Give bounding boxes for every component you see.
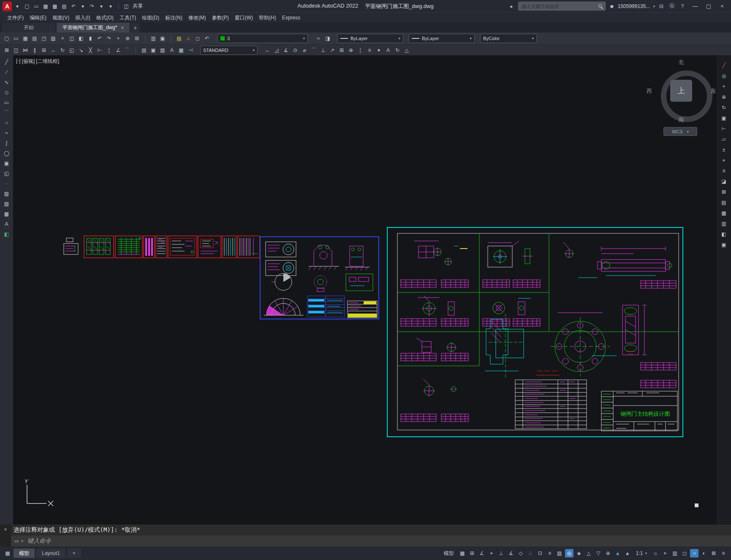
section-plane-button[interactable]: ◪ [720, 177, 728, 186]
viewcube-east-label[interactable]: 东 [710, 87, 716, 95]
menu-parametric[interactable]: 参数(P) [209, 14, 232, 22]
redo-button[interactable]: ↷ [88, 2, 96, 11]
model-tab[interactable]: 模型 [14, 549, 35, 558]
pan-button[interactable]: + [114, 34, 122, 43]
viewcube[interactable]: 北 南 西 东 上 [644, 59, 717, 124]
transparency-toggle[interactable]: ▨ [555, 549, 564, 557]
autodesk-assistant-icon[interactable]: Ⓐ [668, 2, 676, 11]
lineweight-dropdown[interactable]: ByLayer ▾ [409, 34, 475, 43]
workspace-switching-button[interactable]: ☼ [651, 549, 660, 557]
layout-quickview-icon[interactable]: ▦ [3, 549, 12, 557]
flange-figure[interactable] [551, 313, 610, 376]
dim-aligned-button[interactable]: ◿ [272, 46, 281, 54]
thumbnail-plan-2[interactable] [115, 236, 142, 258]
gear-figure[interactable] [314, 276, 327, 292]
selection-cycling-toggle[interactable]: ◎ [565, 549, 573, 557]
construction-line-tool[interactable]: ∕ [3, 68, 11, 76]
application-menu-dropdown[interactable]: ▾ [13, 2, 22, 11]
clip-button[interactable]: ⊠ [720, 188, 728, 196]
paste-clip-button[interactable]: ◧ [77, 34, 85, 43]
sheet-set-button[interactable]: ▦ [720, 209, 728, 217]
showmotion-button[interactable]: ▣ [720, 114, 728, 122]
object-snap-toggle[interactable]: ⊡ [536, 549, 544, 557]
main-drawing-sheet[interactable]: 钢闸门主结构设计图 [387, 227, 683, 437]
detail-cell-2[interactable] [483, 241, 540, 287]
qnew-button[interactable]: ▢ [3, 34, 11, 43]
lock-ui-button[interactable]: ◻ [680, 549, 689, 557]
lug-figure-right[interactable] [345, 246, 370, 270]
move-button[interactable]: ↔ [49, 46, 57, 54]
start-tab[interactable]: 开始 [2, 23, 56, 32]
qopen-button[interactable]: ▭ [12, 34, 20, 43]
lug-figure-left[interactable] [309, 245, 339, 270]
center-mark-button[interactable]: ⊕ [347, 46, 355, 54]
isometric-drafting-toggle[interactable]: ◇ [516, 549, 525, 557]
dim-style-dropdown[interactable]: ▾ [375, 46, 383, 54]
lineweight-toggle[interactable]: ≡ [546, 549, 554, 557]
menu-help[interactable]: 帮助(H) [256, 14, 279, 22]
detail-cell-7[interactable] [401, 379, 468, 422]
annotation-scale-icon[interactable]: △ [402, 46, 411, 54]
list-button[interactable]: ≡ [720, 167, 728, 175]
block-button[interactable]: ▣ [149, 46, 158, 54]
offset-button[interactable]: ∥ [30, 46, 39, 54]
plot-button[interactable]: ▤ [30, 34, 39, 43]
table-button[interactable]: ▦ [177, 46, 185, 54]
tool-palettes-button[interactable]: ◧ [3, 230, 11, 238]
drawing-canvas[interactable]: 钢闸门主结构设计图 Y [13, 55, 717, 525]
menu-express[interactable]: Express [279, 14, 303, 22]
thumbnail-plan-4[interactable] [156, 236, 167, 258]
dim-arc-button[interactable]: ⌒ [310, 46, 318, 54]
polygon-tool[interactable]: ◇ [3, 88, 11, 97]
markup-pencil-button[interactable]: ╱ [720, 61, 728, 70]
redo-button[interactable]: ↷ [105, 34, 113, 43]
revision-cloud-tool[interactable]: ≈ [3, 129, 11, 137]
plot-button[interactable]: ▤ [60, 2, 68, 11]
copy-button[interactable]: ◫ [12, 46, 20, 54]
polar-tracking-toggle[interactable]: ∡ [507, 549, 515, 557]
quick-properties-toggle[interactable]: ▥ [671, 549, 679, 557]
layer-properties-button[interactable]: ▤ [175, 34, 183, 43]
model-space-button[interactable]: 模型 [441, 549, 457, 557]
grid-display-toggle[interactable]: ▦ [458, 549, 467, 557]
thumbnail-plan-5[interactable] [168, 236, 197, 258]
arc-tool[interactable]: ⌒ [3, 108, 11, 117]
thumbnail-plan-3[interactable] [144, 236, 155, 258]
tolerance-button[interactable]: ⊞ [337, 46, 346, 54]
command-line-window[interactable]: × 选择注释对象或 [放弃(U)/模式(M)]: *取消* ▭ ▾ 键入命令 [0, 525, 731, 546]
dim-ordinate-button[interactable]: ⊥ [319, 46, 327, 54]
zoom-realtime-button[interactable]: ⊕ [123, 34, 132, 43]
detail-cell-3[interactable] [563, 242, 676, 288]
annotation-visibility-toggle[interactable]: ▲ [614, 549, 622, 557]
properties-palette-button[interactable]: ▥ [149, 34, 158, 43]
snap-mode-toggle[interactable]: ⊞ [468, 549, 476, 557]
minimize-button[interactable]: — [689, 0, 701, 12]
text-style-dropdown[interactable]: STANDARD ▾ [200, 46, 258, 55]
layout1-tab[interactable]: Layout1 [36, 549, 65, 558]
search-input[interactable] [521, 3, 598, 9]
zoom-window-button[interactable]: ⊞ [133, 34, 141, 43]
layer-control-button[interactable]: ▤ [140, 46, 148, 54]
make-block-tool[interactable]: ◱ [3, 169, 11, 178]
object-snap-tracking-toggle[interactable]: ∴ [526, 549, 535, 557]
id-point-button[interactable]: ⌖ [720, 156, 728, 165]
designcenter-button[interactable]: ▣ [158, 34, 167, 43]
detail-sheet-medium[interactable] [260, 237, 379, 319]
detail-cell-5[interactable] [483, 298, 540, 326]
zoom-extents-button[interactable]: ⊕ [720, 93, 728, 101]
signed-in-user[interactable]: ☻ 1505999135... ▾ [608, 2, 655, 11]
wcs-selector[interactable]: WCS ▾ [663, 127, 697, 136]
viewcube-north-label[interactable]: 北 [644, 59, 717, 66]
line-tool[interactable]: ╱ [3, 58, 11, 66]
circle-tool[interactable]: ○ [3, 119, 11, 127]
measure-area-button[interactable]: ▱ [720, 135, 728, 143]
named-views-button[interactable]: ▤ [720, 198, 728, 207]
menu-draw[interactable]: 绘图(D) [139, 14, 162, 22]
save-as-button[interactable]: ▩ [51, 2, 59, 11]
stretch-button[interactable]: ↘ [77, 46, 85, 54]
region-tool[interactable]: ▩ [3, 210, 11, 218]
new-layout-button[interactable]: + [67, 549, 81, 558]
recent-commands-button[interactable]: ▭ ▾ [14, 538, 23, 544]
break-button[interactable]: ¦ [105, 46, 113, 54]
new-drawing-tab-button[interactable]: + [130, 23, 140, 32]
